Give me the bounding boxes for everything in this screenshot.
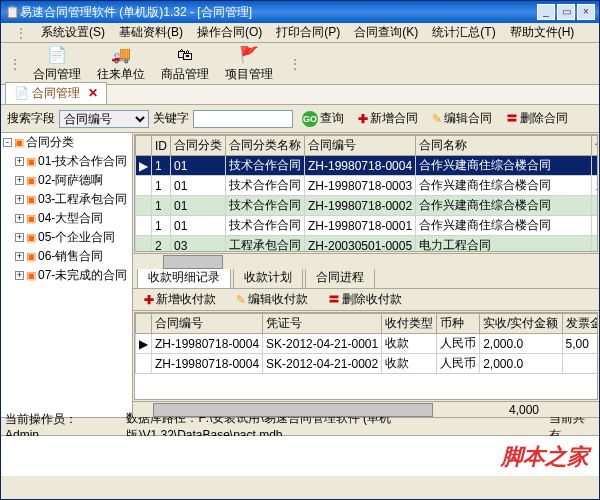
col-header[interactable]: 实收/实付金额 <box>480 314 562 334</box>
grip-icon: ⋮ <box>9 24 33 42</box>
tree-root[interactable]: -▣合同分类 <box>1 133 132 152</box>
col-header[interactable]: 合同编号 <box>152 314 263 334</box>
search-field-select[interactable]: 合同编号 <box>59 110 149 128</box>
window-title: 易速合同管理软件 (单机版)1.32 - [合同管理] <box>20 4 252 21</box>
query-button[interactable]: GO查询 <box>297 108 349 129</box>
tb-partner[interactable]: 🚚往来单位 <box>93 43 149 85</box>
grip-icon: ⋮ <box>9 57 21 71</box>
keyword-label: 关键字 <box>153 110 189 127</box>
plus-icon: ✚ <box>144 293 154 307</box>
truck-icon: 🚚 <box>111 45 131 65</box>
scroll-thumb[interactable] <box>163 255 223 269</box>
bag-icon: 🛍 <box>175 45 195 65</box>
minus-icon: 〓 <box>328 291 340 308</box>
tb-contract[interactable]: 📄合同管理 <box>29 43 85 85</box>
subtab-progress[interactable]: 合同进程 <box>305 266 375 288</box>
table-row[interactable]: 203工程承包合同ZH-20030501-0005电力工程合同 <box>136 236 599 253</box>
tb-goods[interactable]: 🛍商品管理 <box>157 43 213 85</box>
maximize-button[interactable]: ▭ <box>557 4 575 20</box>
subtab-payment-detail[interactable]: 收款明细记录 <box>137 266 231 288</box>
menu-print[interactable]: 打印合同(P) <box>270 22 346 43</box>
table-row[interactable]: ▶101技术合作合同ZH-19980718-0004合作兴建商住综合楼合同 <box>136 156 599 176</box>
menu-basedata[interactable]: 基础资料(B) <box>113 22 189 43</box>
col-header[interactable]: 收付类型 <box>382 314 437 334</box>
statusbar: 当前操作员：Admin 数据库路径：F:\安装试用\易速合同管理软件 (单机版)… <box>1 417 599 475</box>
menubar: ⋮ 系统设置(S) 基础资料(B) 操作合同(O) 打印合同(P) 合同查询(K… <box>1 23 599 43</box>
h-scrollbar-sub[interactable]: 4,000 <box>133 401 599 417</box>
expand-icon[interactable]: + <box>15 195 24 204</box>
doc-tabs: 📄 合同管理 ✕ <box>1 85 599 105</box>
table-row[interactable]: 101技术合作合同ZH-19980718-0001合作兴建商住综合楼合同 <box>136 216 599 236</box>
minus-icon: 〓 <box>506 110 518 127</box>
pencil-icon: ✎ <box>236 293 246 307</box>
menu-help[interactable]: 帮助文件(H) <box>504 22 581 43</box>
col-header[interactable]: 合同名称 <box>416 136 592 156</box>
watermark: 脚本之家 <box>501 442 589 472</box>
expand-icon[interactable]: + <box>15 214 24 223</box>
grip-icon: ⋮ <box>289 57 301 71</box>
collapse-icon[interactable]: - <box>3 138 12 147</box>
tree-item[interactable]: +▣07-未完成的合同 <box>1 266 132 285</box>
table-row[interactable]: 101技术合作合同ZH-19980718-0003合作兴建商住综合楼合同10 <box>136 176 599 196</box>
expand-icon[interactable]: + <box>15 252 24 261</box>
expand-icon[interactable]: + <box>15 233 24 242</box>
rss-icon: ▣ <box>26 155 36 168</box>
edit-contract-button[interactable]: ✎编辑合同 <box>427 108 497 129</box>
keyword-input[interactable] <box>193 110 293 128</box>
del-contract-button[interactable]: 〓删除合同 <box>501 108 573 129</box>
contract-grid[interactable]: ID合同分类合同分类名称合同编号合同名称合同金▶101技术合作合同ZH-1998… <box>134 134 598 252</box>
rss-icon: ▣ <box>26 193 36 206</box>
rss-icon: ▣ <box>26 269 36 282</box>
subtab-payment-plan[interactable]: 收款计划 <box>233 266 303 288</box>
expand-icon[interactable]: + <box>15 176 24 185</box>
tree-item[interactable]: +▣02-阿萨德啊 <box>1 171 132 190</box>
app-icon: 📋 <box>5 5 20 19</box>
sub-toolbar: ✚新增收付款 ✎编辑收付款 〓删除收付款 <box>133 289 599 311</box>
rss-icon: ▣ <box>26 250 36 263</box>
search-field-label: 搜索字段 <box>7 110 55 127</box>
menu-query[interactable]: 合同查询(K) <box>348 22 424 43</box>
col-header[interactable]: 合同分类名称 <box>226 136 305 156</box>
col-header[interactable]: ID <box>152 136 171 156</box>
col-header[interactable]: 合同分类 <box>171 136 226 156</box>
col-header[interactable]: 合同编号 <box>305 136 416 156</box>
edit-payment-button[interactable]: ✎编辑收付款 <box>231 289 313 310</box>
tab-contract[interactable]: 📄 合同管理 ✕ <box>5 82 107 104</box>
close-button[interactable]: × <box>577 4 595 20</box>
menu-system[interactable]: 系统设置(S) <box>35 22 111 43</box>
plus-icon: ✚ <box>358 112 368 126</box>
col-header[interactable]: 合同金 <box>592 136 598 156</box>
close-icon[interactable]: ✕ <box>88 86 98 100</box>
tree-item[interactable]: +▣06-销售合同 <box>1 247 132 266</box>
del-payment-button[interactable]: 〓删除收付款 <box>323 289 407 310</box>
col-header[interactable]: 币种 <box>437 314 480 334</box>
titlebar: 📋 易速合同管理软件 (单机版)1.32 - [合同管理] _ ▭ × <box>1 1 599 23</box>
tree-item[interactable]: +▣04-大型合同 <box>1 209 132 228</box>
add-contract-button[interactable]: ✚新增合同 <box>353 108 423 129</box>
h-scrollbar[interactable] <box>133 253 599 269</box>
col-header[interactable]: 发票金额 <box>562 314 598 334</box>
table-row[interactable]: 101技术合作合同ZH-19980718-0002合作兴建商住综合楼合同 <box>136 196 599 216</box>
add-payment-button[interactable]: ✚新增收付款 <box>139 289 221 310</box>
tree-item[interactable]: +▣03-工程承包合同 <box>1 190 132 209</box>
payment-grid[interactable]: 合同编号凭证号收付类型币种实收/实付金额发票金额▶ZH-19980718-000… <box>134 312 598 400</box>
row-marker <box>136 136 152 156</box>
menu-operate[interactable]: 操作合同(O) <box>191 22 268 43</box>
tb-project[interactable]: 🚩项目管理 <box>221 43 277 85</box>
category-tree[interactable]: -▣合同分类 +▣01-技术合作合同+▣02-阿萨德啊+▣03-工程承包合同+▣… <box>1 133 133 417</box>
expand-icon[interactable]: + <box>15 271 24 280</box>
flag-icon: 🚩 <box>239 45 259 65</box>
minimize-button[interactable]: _ <box>537 4 555 20</box>
expand-icon[interactable]: + <box>15 157 24 166</box>
go-icon: GO <box>302 111 318 127</box>
table-row[interactable]: ▶ZH-19980718-0004SK-2012-04-21-0001收款人民币… <box>136 334 599 354</box>
tree-item[interactable]: +▣01-技术合作合同 <box>1 152 132 171</box>
tree-item[interactable]: +▣05-个企业合同 <box>1 228 132 247</box>
toolbar: ⋮ 📄合同管理 🚚往来单位 🛍商品管理 🚩项目管理 ⋮ <box>1 43 599 85</box>
scroll-thumb[interactable] <box>153 403 433 417</box>
folder-icon: 📄 <box>14 86 29 100</box>
col-header[interactable]: 凭证号 <box>263 314 382 334</box>
table-row[interactable]: ZH-19980718-0004SK-2012-04-21-0002收款人民币2… <box>136 354 599 374</box>
menu-stats[interactable]: 统计汇总(T) <box>426 22 501 43</box>
searchbar: 搜索字段 合同编号 关键字 GO查询 ✚新增合同 ✎编辑合同 〓删除合同 <box>1 105 599 133</box>
